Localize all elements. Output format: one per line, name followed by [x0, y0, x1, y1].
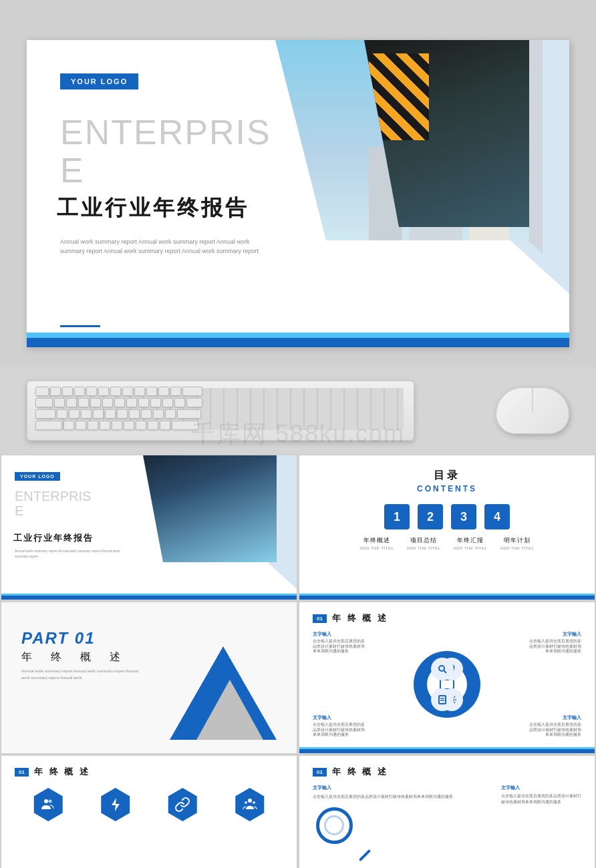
- sf-left-text: 文字输入 点击输入提供全面且展优的多品类设计素材打破传统素材局单单局限沟通的服务: [313, 785, 494, 800]
- keyboard-keys: [35, 387, 406, 430]
- key-enter: [177, 409, 201, 419]
- sd-desc-tl: 点击输入提供全面且展优的多品类设计素材打破传统素材局单单局限沟通的服务: [313, 639, 366, 654]
- svg-rect-0: [440, 680, 454, 689]
- key-row-3: [35, 409, 406, 419]
- key: [122, 387, 133, 396]
- icon-item-chain: [166, 788, 199, 821]
- key: [117, 409, 128, 419]
- label-en-1: ADD THE TITEL: [356, 546, 398, 550]
- document-icon: [437, 694, 448, 705]
- slide-b-inner: 目录 CONTENTS 1 2 3 4 年终概述 ADD THE TITEL 项…: [299, 455, 595, 600]
- subtitle-text: Annual work summary report Annual work s…: [60, 237, 274, 256]
- sd-text-tl: 文字输入 点击输入提供全面且展优的多品类设计素材打破传统素材局单单局限沟通的服务: [313, 631, 366, 654]
- key: [66, 398, 77, 407]
- icon-item-people: [31, 788, 65, 821]
- key: [153, 409, 164, 419]
- slide-thumb-magnifier[interactable]: 01 年 终 概 述 文字输入 点击输入提供全面且展优的多品类设计素材打破传统素…: [298, 754, 596, 868]
- bottom-bar-dark: [27, 338, 569, 347]
- sf-right: 文字输入 点击输入提供全面且展优的多品类设计素材打破传统素材局单单局限沟通的服务: [501, 785, 581, 868]
- slide-f-inner: 01 年 终 概 述 文字输入 点击输入提供全面且展优的多品类设计素材打破传统素…: [299, 756, 595, 868]
- key: [146, 387, 157, 396]
- enterprise-line2: E: [60, 152, 271, 190]
- key: [114, 398, 125, 407]
- se-header: 01 年 终 概 述: [15, 766, 283, 778]
- sa-subtitle: Annual work summary report Annual work s…: [15, 549, 122, 559]
- sd-desc-br: 点击输入提供全面且展优的多品类设计素材打破传统素材局单单局限沟通的服务: [528, 722, 581, 738]
- key: [126, 398, 137, 407]
- key: [63, 421, 74, 430]
- sd-label-br: 文字输入: [528, 714, 581, 721]
- sa-logo: YOUR LOGO: [15, 472, 60, 481]
- svg-line-5: [444, 670, 446, 673]
- magnifier-handle: [359, 849, 371, 861]
- slide-c-inner: PART 01 年 终 概 述 Annual work summary repo…: [1, 602, 297, 753]
- label-en-4: ADD THE TITEL: [496, 546, 538, 550]
- label-en-2: ADD THE TITEL: [403, 546, 444, 550]
- se-icons-row: [15, 788, 283, 821]
- slide-thumb-part01[interactable]: PART 01 年 终 概 述 Annual work summary repo…: [0, 601, 298, 754]
- label-cn-2: 项目总结: [403, 536, 444, 545]
- svg-point-15: [253, 801, 255, 804]
- svg-point-14: [245, 801, 247, 804]
- sf-right-text: 点击输入提供全面且展优的多品类设计素材打破传统素材局单单局限沟通的服务: [501, 793, 581, 805]
- enterprise-line1: ENTERPRIS: [60, 114, 271, 152]
- chinese-main-title: 工业行业年终报告: [57, 194, 249, 223]
- contents-num-3: 3: [451, 504, 476, 529]
- svg-point-4: [439, 666, 444, 671]
- key-shift: [35, 421, 62, 430]
- contents-title-en: CONTENTS: [313, 484, 581, 493]
- sd-bars: [299, 747, 595, 753]
- contents-label-3: 年终汇报 ADD THE TITEL: [450, 536, 491, 550]
- key: [50, 387, 61, 396]
- slide-thumb-contents[interactable]: 目录 CONTENTS 1 2 3 4 年终概述 ADD THE TITEL 项…: [298, 454, 596, 601]
- key: [35, 387, 49, 396]
- contents-label-2: 项目总结 ADD THE TITEL: [403, 536, 444, 550]
- sd-label-tl: 文字输入: [313, 631, 366, 638]
- sf-header: 01 年 终 概 述: [313, 766, 581, 778]
- sd-text-tr: 文字输入 点击输入提供全面且展优的多品类设计素材打破传统素材局单单局限沟通的服务: [528, 631, 581, 654]
- slide-thumb-cover[interactable]: YOUR LOGO ENTERPRISE 工业行业年终报告 Annual wor…: [0, 454, 298, 601]
- keyboard-section: [0, 367, 596, 454]
- key: [186, 398, 202, 407]
- contents-num-4: 4: [484, 504, 510, 529]
- label-cn-4: 明年计划: [496, 536, 538, 545]
- key: [100, 421, 110, 430]
- sd-title: 年 终 概 述: [332, 612, 388, 624]
- key-shift-r: [172, 421, 198, 430]
- key-tab: [35, 398, 53, 407]
- chain-icon: [166, 788, 199, 821]
- logo-box: YOUR LOGO: [60, 73, 138, 89]
- icon-item-group: [233, 788, 267, 821]
- mouse-visual: [496, 387, 569, 434]
- key: [124, 421, 134, 430]
- slide-thumb-icons[interactable]: 01 年 终 概 述: [0, 754, 298, 868]
- bottom-bar-light: [27, 333, 569, 338]
- sa-bars: [1, 594, 297, 600]
- key: [165, 409, 176, 419]
- key: [88, 421, 98, 430]
- sd-desc-bl: 点击输入提供全面且展优的多品类设计素材打破传统素材局单单局限沟通的服务: [313, 722, 366, 738]
- key: [93, 409, 104, 419]
- slide-a-inner: YOUR LOGO ENTERPRISE 工业行业年终报告 Annual wor…: [1, 455, 297, 600]
- contents-label-1: 年终概述 ADD THE TITEL: [356, 536, 398, 550]
- key: [170, 387, 181, 396]
- slides-grid: YOUR LOGO ENTERPRISE 工业行业年终报告 Annual wor…: [0, 454, 596, 868]
- key: [112, 421, 122, 430]
- logo-text: YOUR LOGO: [71, 77, 128, 85]
- key: [78, 398, 89, 407]
- slide-d-inner: 01 年 终 概 述 文字输入 点击输入提供全面且展优的多品类设计素材打破传统素…: [299, 602, 595, 753]
- key: [129, 409, 140, 419]
- mountain-shape: [156, 620, 290, 740]
- sd-label-bl: 文字输入: [313, 714, 366, 721]
- contents-num-2: 2: [418, 504, 443, 529]
- sa-photo: [143, 455, 277, 562]
- slide-thumb-nzgs-circle[interactable]: 01 年 终 概 述 文字输入 点击输入提供全面且展优的多品类设计素材打破传统素…: [298, 601, 596, 754]
- sd-text-br: 文字输入 点击输入提供全面且展优的多品类设计素材打破传统素材局单单局限沟通的服务: [528, 714, 581, 738]
- contents-num-1: 1: [384, 504, 410, 529]
- key: [57, 409, 67, 419]
- key: [76, 421, 86, 430]
- key: [148, 421, 158, 430]
- label-en-3: ADD THE TITEL: [450, 546, 491, 550]
- icon-document: [431, 688, 454, 711]
- key: [105, 409, 116, 419]
